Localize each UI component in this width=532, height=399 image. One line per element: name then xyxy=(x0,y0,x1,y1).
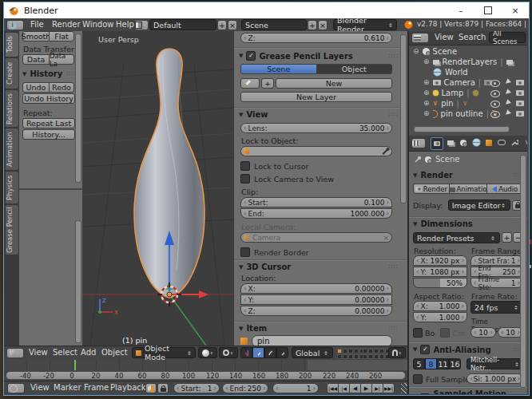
gp-scene-toggle[interactable]: Scene xyxy=(240,64,317,74)
crop-checkbox[interactable] xyxy=(440,328,450,338)
pivot-dropdown[interactable] xyxy=(219,347,238,358)
outliner-row-scene[interactable]: ⊖Scene xyxy=(413,47,457,56)
add-layout-button[interactable]: + xyxy=(217,20,227,30)
pin-selectability-toggle[interactable] xyxy=(506,99,512,106)
tab-scene[interactable] xyxy=(458,137,469,148)
border-row[interactable]: Bo Cro xyxy=(413,328,466,338)
render-engine-dropdown[interactable]: Blender Render xyxy=(333,19,397,30)
cursor-y-field[interactable]: ‹Y:0.00000› xyxy=(240,294,392,305)
tab-object[interactable] xyxy=(483,137,494,148)
cursor-3d-panel-header[interactable]: ▼3D Cursor xyxy=(239,263,399,271)
gp-brush-dropdown[interactable] xyxy=(240,78,260,89)
pin-outline-selectability-toggle[interactable] xyxy=(506,109,512,117)
clear-icon[interactable]: × xyxy=(383,234,389,242)
undo-history-button[interactable]: Undo History xyxy=(22,93,75,104)
render-presets-dropdown[interactable]: Render Presets xyxy=(413,232,500,243)
redo-button[interactable]: Redo xyxy=(49,82,74,93)
tab-animation[interactable]: Animation xyxy=(6,128,18,170)
repeat-history-button[interactable]: History... xyxy=(22,129,75,140)
editor-type-timeline-button[interactable] xyxy=(7,383,25,393)
editor-type-properties-button[interactable] xyxy=(411,138,426,148)
pin-renderability-toggle[interactable] xyxy=(516,101,524,106)
delete-scene-button[interactable]: × xyxy=(318,20,328,30)
resolution-percent-slider[interactable]: 50% xyxy=(413,278,467,288)
history-panel-header[interactable]: ▼History xyxy=(22,69,77,78)
lamp-visibility-toggle[interactable] xyxy=(490,90,500,97)
aspect-x-field[interactable]: ‹X:1.000› xyxy=(413,301,467,311)
expand-icon[interactable]: ⊕ xyxy=(423,79,430,86)
add-scene-button[interactable]: + xyxy=(308,20,317,30)
menu-window[interactable]: Window xyxy=(82,20,113,29)
menu-render[interactable]: Render xyxy=(52,20,81,29)
shade-flat-button[interactable]: Flat xyxy=(49,31,74,41)
outliner-menu-view[interactable]: View xyxy=(435,33,454,41)
collapse-icon[interactable]: ⊖ xyxy=(413,48,419,55)
jump-next-keyframe-button[interactable]: ▶| xyxy=(371,383,383,393)
grease-pencil-layers-header[interactable]: ▼ ✓ Grease Pencil Layers xyxy=(239,51,399,61)
border-checkbox[interactable] xyxy=(413,328,423,338)
tab-modifiers[interactable] xyxy=(509,137,520,148)
minimize-button[interactable]: – xyxy=(447,2,474,18)
expand-icon[interactable]: ⊕ xyxy=(423,100,430,107)
pin-visibility-toggle[interactable] xyxy=(490,101,500,108)
outliner-hscrollbar[interactable] xyxy=(414,126,510,132)
tab-render[interactable] xyxy=(431,137,443,150)
tab-render-layers[interactable] xyxy=(445,137,456,148)
clip-start-field[interactable]: ‹Start:0.100› xyxy=(240,197,392,207)
lock-camera-row[interactable]: Lock Camera to View xyxy=(240,174,334,184)
pin-outline-renderability-toggle[interactable] xyxy=(516,111,524,117)
tab-tools[interactable]: Tools xyxy=(6,33,18,57)
play-button[interactable]: ▶ xyxy=(360,383,372,393)
menu-file[interactable]: File xyxy=(30,20,44,29)
timeline-menu-frame[interactable]: Frame xyxy=(84,383,109,392)
filter-size-field[interactable]: ‹Si: 1.000 px› xyxy=(466,373,523,384)
camera-visibility-toggle[interactable] xyxy=(490,80,500,87)
lamp-renderability-toggle[interactable] xyxy=(516,90,524,96)
aa-filter-dropdown[interactable]: Mitchell-Netr... xyxy=(466,358,523,369)
gp-add-button[interactable]: + xyxy=(261,78,274,89)
outliner-menu-search[interactable]: Search xyxy=(459,33,486,41)
time-remap-old-field[interactable]: ‹10› xyxy=(470,327,496,338)
render-panel-header[interactable]: ▼Render xyxy=(413,171,523,180)
current-frame-playhead[interactable] xyxy=(74,360,76,370)
view-panel-header[interactable]: ▼View xyxy=(239,110,399,119)
dimensions-panel-header[interactable]: ▼Dimensions xyxy=(413,219,523,228)
properties-scrollbar[interactable] xyxy=(520,155,526,388)
outliner-row-world[interactable]: World xyxy=(433,68,468,77)
close-button[interactable]: × xyxy=(502,2,529,18)
render-still-button[interactable]: Render xyxy=(413,184,450,194)
viewport-menu-object[interactable]: Object xyxy=(101,348,128,357)
resolution-x-field[interactable]: ‹X:1920 px› xyxy=(413,255,467,266)
sync-playback-button[interactable] xyxy=(145,383,157,393)
cursor-z-field[interactable]: ‹Z:0.00000› xyxy=(240,306,392,316)
transform-orientation-dropdown[interactable]: Global xyxy=(292,347,333,358)
gp-new-button[interactable]: New xyxy=(276,78,392,89)
screen-layout-name-field[interactable]: Default xyxy=(149,19,216,30)
tab-grease-pencil-strip[interactable]: Physics xyxy=(6,172,18,203)
anti-aliasing-panel-header[interactable]: ▼ ✓ Anti-Aliasing xyxy=(413,345,523,354)
frame-end-field[interactable]: ‹End:250› xyxy=(222,383,268,393)
area-corner-widget[interactable] xyxy=(401,383,407,393)
render-audio-button[interactable]: Audio xyxy=(486,184,523,194)
rotate-manipulator-button[interactable] xyxy=(264,347,276,358)
data-transfer-button[interactable]: Data xyxy=(22,54,50,65)
render-animation-button[interactable]: Animatio xyxy=(449,184,488,194)
snap-button[interactable] xyxy=(388,347,406,358)
aa-checkbox[interactable]: ✓ xyxy=(420,345,430,354)
gp-layers-checkbox[interactable]: ✓ xyxy=(246,51,256,61)
frame-rate-dropdown[interactable]: 24 fps xyxy=(470,301,523,314)
item-panel-header[interactable]: ▼Item xyxy=(239,324,399,333)
maximize-button[interactable] xyxy=(474,2,502,18)
lock-camera-checkbox[interactable] xyxy=(240,174,250,184)
manipulator-toggle-button[interactable] xyxy=(240,347,252,358)
camera-renderability-toggle[interactable] xyxy=(516,80,524,85)
npanel-scrollbar[interactable] xyxy=(400,34,407,203)
render-border-checkbox[interactable] xyxy=(240,247,250,257)
smb-checkbox[interactable] xyxy=(420,393,430,394)
timeline-menu-marker[interactable]: Marker xyxy=(54,383,81,392)
local-camera-field[interactable]: Camera× xyxy=(240,232,392,243)
menu-help[interactable]: Help xyxy=(116,20,134,29)
full-sample-checkbox[interactable] xyxy=(413,374,423,384)
cursor-x-field[interactable]: ‹X:0.00000› xyxy=(240,283,392,294)
editor-type-outliner-button[interactable] xyxy=(411,33,429,43)
